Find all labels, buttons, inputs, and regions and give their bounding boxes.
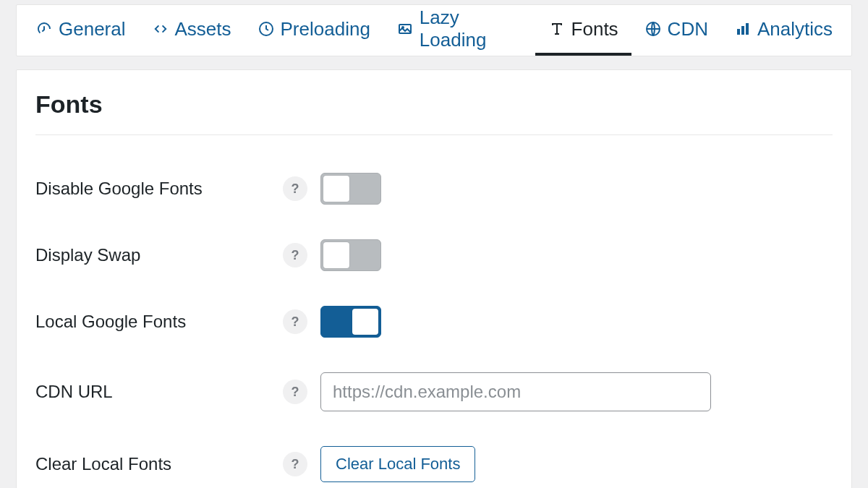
clear-local-fonts-button[interactable]: Clear Local Fonts — [320, 446, 475, 482]
tab-assets[interactable]: Assets — [139, 5, 244, 56]
svg-rect-6 — [746, 23, 749, 35]
row-disable-google-fonts: Disable Google Fonts ? — [35, 155, 833, 222]
row-local-google-fonts: Local Google Fonts ? — [35, 288, 833, 355]
tab-preloading[interactable]: Preloading — [244, 5, 383, 56]
tab-cdn[interactable]: CDN — [631, 5, 721, 56]
tab-fonts[interactable]: Fonts — [535, 5, 631, 56]
row-label: Disable Google Fonts — [35, 179, 283, 199]
clock-icon — [258, 20, 275, 38]
row-label: Local Google Fonts — [35, 312, 283, 332]
svg-rect-4 — [737, 29, 740, 35]
tab-label: Lazy Loading — [420, 7, 522, 51]
images-icon — [396, 20, 414, 38]
toggle-disable-google-fonts[interactable] — [320, 173, 381, 205]
toggle-knob — [323, 242, 349, 268]
tab-label: General — [59, 18, 126, 40]
fonts-panel: Fonts Disable Google Fonts ? Display Swa… — [16, 69, 852, 488]
toggle-display-swap[interactable] — [320, 239, 381, 271]
tab-label: Assets — [175, 18, 231, 40]
help-icon[interactable]: ? — [283, 243, 307, 267]
toggle-knob — [352, 309, 378, 335]
tab-label: CDN — [668, 18, 708, 40]
help-icon[interactable]: ? — [283, 380, 307, 404]
font-icon — [548, 20, 566, 38]
globe-icon — [644, 20, 662, 38]
tab-label: Preloading — [281, 18, 370, 40]
svg-point-2 — [402, 27, 404, 28]
row-label: CDN URL — [35, 382, 283, 402]
row-label: Display Swap — [35, 245, 283, 265]
tab-label: Analytics — [757, 18, 833, 40]
row-cdn-url: CDN URL ? — [35, 355, 833, 429]
tab-lazy-loading[interactable]: Lazy Loading — [383, 5, 535, 56]
help-icon[interactable]: ? — [283, 176, 307, 201]
row-clear-local-fonts: Clear Local Fonts ? Clear Local Fonts — [35, 429, 833, 488]
svg-rect-5 — [741, 26, 744, 35]
tab-general[interactable]: General — [22, 5, 139, 56]
row-label: Clear Local Fonts — [35, 454, 283, 474]
help-icon[interactable]: ? — [283, 309, 307, 334]
toggle-local-google-fonts[interactable] — [320, 306, 381, 338]
bars-icon — [734, 20, 752, 38]
tab-analytics[interactable]: Analytics — [721, 5, 846, 56]
cdn-url-input[interactable] — [320, 372, 711, 411]
help-icon[interactable]: ? — [283, 452, 307, 476]
tabs-bar: General Assets Preloading Lazy Loading F… — [16, 4, 852, 56]
tab-label: Fonts — [571, 18, 618, 40]
panel-title: Fonts — [35, 90, 833, 135]
toggle-knob — [323, 176, 349, 202]
gauge-icon — [35, 20, 53, 38]
row-display-swap: Display Swap ? — [35, 222, 833, 288]
code-icon — [152, 20, 169, 38]
